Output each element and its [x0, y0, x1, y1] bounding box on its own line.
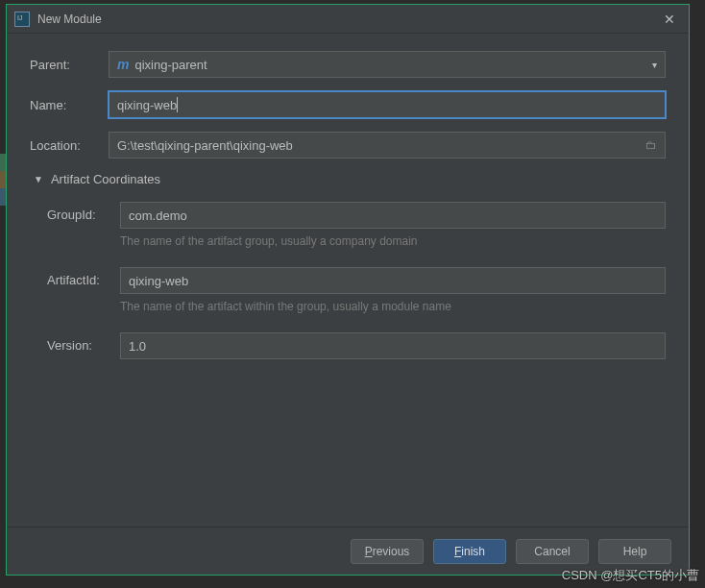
triangle-down-icon: ▼: [34, 174, 43, 184]
name-label: Name:: [30, 98, 109, 112]
dialog-content: Parent: m qixing-parent ▾ Name: qixing-w…: [7, 34, 689, 527]
finish-button[interactable]: Finish: [433, 539, 506, 564]
previous-button[interactable]: Previous: [351, 539, 424, 564]
version-row: Version: 1.0: [47, 332, 666, 359]
parent-label: Parent:: [30, 58, 109, 72]
module-icon: m: [117, 57, 129, 72]
name-value: qixing-web: [117, 98, 177, 112]
groupid-row: GroupId: com.demo The name of the artifa…: [47, 202, 666, 261]
location-value: G:\test\qixing-parent\qixing-web: [117, 138, 293, 153]
titlebar[interactable]: New Module ✕: [7, 5, 689, 34]
location-row: Location: G:\test\qixing-parent\qixing-w…: [30, 132, 666, 159]
artifact-group: GroupId: com.demo The name of the artifa…: [30, 202, 666, 359]
chevron-down-icon: ▾: [652, 60, 657, 70]
parent-dropdown[interactable]: m qixing-parent ▾: [109, 51, 666, 78]
groupid-value: com.demo: [129, 208, 187, 223]
name-row: Name: qixing-web: [30, 91, 666, 118]
groupid-label: GroupId:: [47, 202, 120, 222]
groupid-input[interactable]: com.demo: [120, 202, 666, 229]
location-input[interactable]: G:\test\qixing-parent\qixing-web 🗀: [109, 132, 666, 159]
artifactid-row: ArtifactId: qixing-web The name of the a…: [47, 267, 666, 327]
cancel-button[interactable]: Cancel: [516, 539, 589, 564]
location-label: Location:: [30, 138, 109, 153]
text-cursor: [177, 97, 178, 112]
artifact-coordinates-toggle[interactable]: ▼ Artifact Coordinates: [34, 172, 666, 186]
parent-row: Parent: m qixing-parent ▾: [30, 51, 666, 78]
close-icon[interactable]: ✕: [658, 12, 681, 27]
new-module-dialog: New Module ✕ Parent: m qixing-parent ▾ N…: [6, 4, 690, 576]
groupid-hint: The name of the artifact group, usually …: [120, 234, 666, 248]
app-icon: [14, 12, 30, 27]
parent-value: qixing-parent: [134, 58, 207, 72]
version-label: Version:: [47, 332, 120, 353]
folder-icon[interactable]: 🗀: [645, 138, 657, 152]
artifactid-value: qixing-web: [129, 274, 188, 288]
version-input[interactable]: 1.0: [120, 332, 666, 359]
artifactid-input[interactable]: qixing-web: [120, 267, 666, 294]
version-value: 1.0: [129, 339, 146, 354]
name-input[interactable]: qixing-web: [109, 91, 666, 118]
artifactid-label: ArtifactId:: [47, 267, 120, 287]
watermark: CSDN @想买CT5的小曹: [562, 567, 699, 584]
artifact-section-title: Artifact Coordinates: [51, 172, 160, 186]
help-button[interactable]: Help: [598, 539, 671, 564]
artifactid-hint: The name of the artifact within the grou…: [120, 300, 666, 313]
dialog-title: New Module: [37, 12, 658, 26]
